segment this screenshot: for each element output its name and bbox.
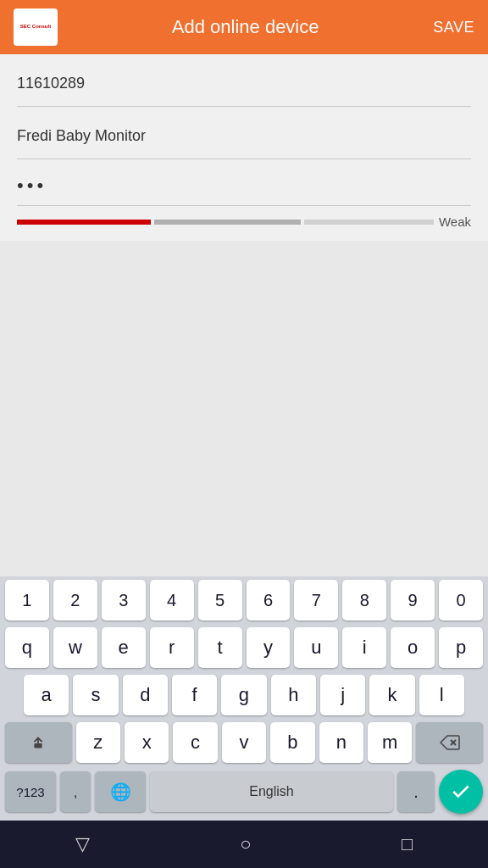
key-n[interactable]: n: [319, 722, 363, 763]
key-5[interactable]: 5: [198, 580, 242, 620]
key-q[interactable]: q: [5, 627, 49, 668]
key-h[interactable]: h: [271, 675, 316, 715]
key-i[interactable]: i: [342, 627, 386, 668]
delete-key[interactable]: [416, 722, 483, 763]
key-0[interactable]: 0: [439, 580, 483, 620]
key-k[interactable]: k: [369, 675, 414, 715]
key-y[interactable]: y: [247, 627, 291, 668]
globe-key[interactable]: 🌐: [95, 771, 146, 812]
logo: SEC Consult: [14, 8, 58, 46]
shift-key[interactable]: [5, 722, 72, 763]
keyboard-zxcv-row: z x c v b n m: [0, 719, 488, 766]
key-z[interactable]: z: [76, 722, 120, 763]
key-s[interactable]: s: [73, 675, 118, 715]
password-strength-container: Weak: [17, 206, 471, 241]
key-u[interactable]: u: [294, 627, 338, 668]
symbols-key[interactable]: ?123: [5, 771, 56, 812]
keyboard-qwerty-row: q w e r t y u i o p: [0, 624, 488, 671]
navigation-bar: ▽ ○ □: [0, 821, 488, 868]
period-key[interactable]: .: [397, 771, 435, 812]
keyboard: 1 2 3 4 5 6 7 8 9 0 q w e r t y u i o p …: [0, 576, 488, 821]
key-t[interactable]: t: [198, 627, 242, 668]
password-value: •••: [17, 175, 471, 197]
strength-bar-gray1: [154, 220, 301, 225]
key-d[interactable]: d: [123, 675, 168, 715]
form-area: 11610289 Fredi Baby Monitor ••• Weak: [0, 54, 488, 241]
key-p[interactable]: p: [439, 627, 483, 668]
key-8[interactable]: 8: [342, 580, 386, 620]
back-nav-icon[interactable]: ▽: [75, 833, 90, 855]
comma-key[interactable]: ,: [60, 771, 91, 812]
key-g[interactable]: g: [221, 675, 266, 715]
page-title: Add online device: [58, 16, 433, 38]
keyboard-asdf-row: a s d f g h j k l: [0, 671, 488, 719]
header: SEC Consult Add online device SAVE: [0, 0, 488, 54]
key-1[interactable]: 1: [5, 580, 49, 620]
device-id-value: 11610289: [17, 70, 471, 97]
key-l[interactable]: l: [419, 675, 464, 715]
keyboard-numbers-row: 1 2 3 4 5 6 7 8 9 0: [0, 576, 488, 624]
content-spacer: [0, 241, 488, 576]
key-2[interactable]: 2: [53, 580, 97, 620]
strength-label: Weak: [439, 214, 471, 229]
key-w[interactable]: w: [53, 627, 97, 668]
key-7[interactable]: 7: [294, 580, 338, 620]
recent-nav-icon[interactable]: □: [402, 833, 413, 855]
key-6[interactable]: 6: [247, 580, 291, 620]
key-4[interactable]: 4: [150, 580, 194, 620]
strength-bar-red: [17, 220, 151, 225]
key-9[interactable]: 9: [391, 580, 435, 620]
key-b[interactable]: b: [270, 722, 314, 763]
key-3[interactable]: 3: [102, 580, 146, 620]
home-nav-icon[interactable]: ○: [240, 833, 251, 855]
enter-key[interactable]: [439, 770, 483, 814]
device-name-field[interactable]: Fredi Baby Monitor: [17, 107, 471, 159]
strength-bar-gray2: [304, 220, 434, 225]
key-m[interactable]: m: [368, 722, 412, 763]
key-c[interactable]: c: [173, 722, 217, 763]
device-id-field[interactable]: 11610289: [17, 54, 471, 107]
device-name-value: Fredi Baby Monitor: [17, 122, 471, 150]
key-r[interactable]: r: [150, 627, 194, 668]
keyboard-bottom-row: ?123 , 🌐 English .: [0, 766, 488, 821]
key-o[interactable]: o: [391, 627, 435, 668]
key-j[interactable]: j: [320, 675, 365, 715]
key-a[interactable]: a: [24, 675, 69, 715]
spacebar-key[interactable]: English: [150, 771, 393, 812]
globe-icon: 🌐: [110, 782, 131, 802]
key-e[interactable]: e: [102, 627, 146, 668]
password-field[interactable]: •••: [17, 159, 471, 206]
save-button[interactable]: SAVE: [433, 19, 474, 36]
key-v[interactable]: v: [222, 722, 266, 763]
key-x[interactable]: x: [125, 722, 169, 763]
key-f[interactable]: f: [172, 675, 217, 715]
